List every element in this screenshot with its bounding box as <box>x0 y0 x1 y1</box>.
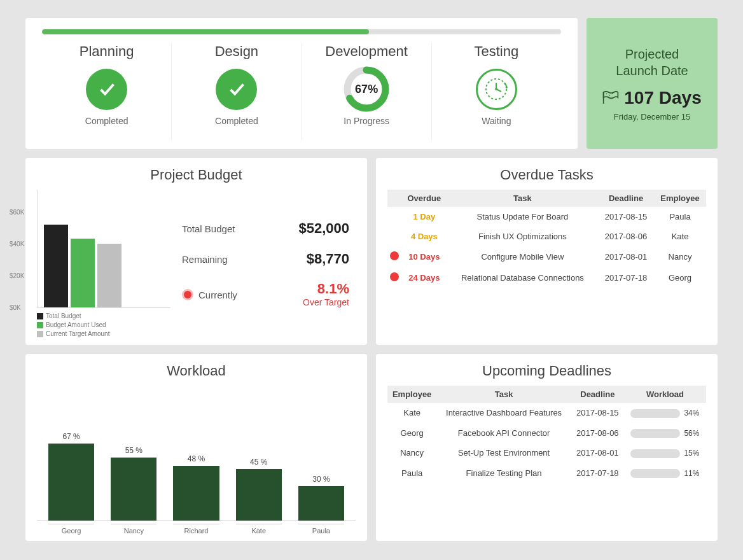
check-icon <box>216 69 257 110</box>
stat-over-target: Currently 8.1% Over Target <box>182 281 349 308</box>
phase-status: In Progress <box>344 116 389 126</box>
workload-pill <box>630 429 680 438</box>
launch-title: ProjectedLaunch Date <box>616 46 688 79</box>
table-row: NancySet-Up Test Environment2017-08-0115… <box>387 443 706 463</box>
phase-title: Development <box>325 43 408 60</box>
table-row: GeorgFacebook API Connector2017-08-0656% <box>387 423 706 444</box>
flag-icon <box>602 91 619 105</box>
phase-development: Development67%In Progress <box>302 43 432 140</box>
upcoming-card: Upcoming Deadlines EmployeeTaskDeadlineW… <box>376 354 718 541</box>
budget-legend: Total BudgetBudget Amount UsedCurrent Ta… <box>37 312 170 339</box>
table-row: PaulaFinalize Testing Plan2017-07-1811% <box>387 463 706 484</box>
phase-status: Completed <box>85 116 128 126</box>
table-header: Employee <box>387 386 436 403</box>
workload-plot: 67 %55 %48 %45 %30 % <box>37 386 356 521</box>
launch-days: 107 Days <box>602 88 701 108</box>
phase-planning: PlanningCompleted <box>42 43 172 140</box>
table-header: Employee <box>654 190 706 207</box>
workload-pill <box>630 469 680 478</box>
budget-bar <box>71 239 95 307</box>
stat-total: Total Budget $52,000 <box>182 220 349 237</box>
over-target-dot-icon <box>182 289 193 300</box>
phase-title: Planning <box>80 43 134 60</box>
table-row: 10 DaysConfigure Mobile View2017-08-01Na… <box>387 246 706 267</box>
budget-plot: $0K$20K$40K$60K <box>37 190 170 308</box>
budget-chart: $0K$20K$40K$60K Total BudgetBudget Amoun… <box>37 190 170 339</box>
workload-card: Workload 67 %55 %48 %45 %30 % GeorgNancy… <box>25 354 367 541</box>
overdue-title: Overdue Tasks <box>387 167 706 183</box>
overall-progress-fill <box>42 29 369 34</box>
overdue-card: Overdue Tasks OverdueTaskDeadlineEmploye… <box>376 158 718 345</box>
table-row: KateInteractive Dashboard Features2017-0… <box>387 403 706 423</box>
table-row: 24 DaysRelational Database Connections20… <box>387 267 706 288</box>
svg-point-4 <box>606 93 608 94</box>
table-row: 4 DaysFinish UX Optimizations2017-08-06K… <box>387 227 706 246</box>
workload-category-label: Kate <box>236 524 282 535</box>
workload-bar: 30 % <box>298 475 344 521</box>
launch-card: ProjectedLaunch Date 107 Days Friday, De… <box>587 18 718 149</box>
severity-dot-icon <box>390 251 399 260</box>
phase-design: DesignCompleted <box>172 43 302 140</box>
workload-pill <box>630 409 680 418</box>
phase-status: Waiting <box>482 116 511 126</box>
workload-bar: 45 % <box>236 458 282 521</box>
upcoming-title: Upcoming Deadlines <box>387 363 706 379</box>
budget-bar <box>97 244 122 307</box>
workload-bar: 55 % <box>111 446 156 521</box>
workload-categories: GeorgNancyRichardKatePaula <box>37 521 356 535</box>
workload-category-label: Richard <box>173 524 219 535</box>
workload-bar: 48 % <box>173 454 219 521</box>
phases-container: PlanningCompletedDesignCompletedDevelopm… <box>42 43 561 140</box>
severity-dot-icon <box>390 272 399 281</box>
budget-stats: Total Budget $52,000 Remaining $8,770 Cu… <box>182 190 356 339</box>
budget-title: Project Budget <box>37 167 356 183</box>
legend-item: Budget Amount Used <box>37 321 170 330</box>
table-header: Overdue <box>401 190 447 207</box>
launch-date: Friday, December 15 <box>614 112 690 122</box>
overall-progress-bar <box>42 29 561 34</box>
table-header: Workload <box>624 386 706 403</box>
check-icon <box>86 69 127 110</box>
svg-point-6 <box>613 93 614 94</box>
budget-card: Project Budget $0K$20K$40K$60K Total Bud… <box>25 158 367 345</box>
workload-category-label: Georg <box>48 524 94 535</box>
upcoming-table: EmployeeTaskDeadlineWorkload KateInterac… <box>387 386 706 483</box>
budget-bar <box>44 225 68 307</box>
progress-donut-icon: 67% <box>344 66 389 112</box>
phases-card: PlanningCompletedDesignCompletedDevelopm… <box>25 18 578 149</box>
table-row: 1 DayStatus Update For Board2017-08-15Pa… <box>387 207 706 227</box>
table-header: Task <box>447 190 598 207</box>
phase-title: Design <box>215 43 258 60</box>
workload-title: Workload <box>37 363 356 379</box>
workload-pill <box>630 449 680 458</box>
workload-bar: 67 % <box>48 432 94 521</box>
table-header: Deadline <box>571 386 624 403</box>
table-header: Deadline <box>598 190 654 207</box>
svg-point-7 <box>608 96 609 97</box>
svg-point-5 <box>609 95 611 96</box>
overdue-table: OverdueTaskDeadlineEmployee 1 DayStatus … <box>387 190 706 288</box>
phase-status: Completed <box>215 116 258 126</box>
legend-item: Current Target Amount <box>37 330 170 339</box>
table-header: Task <box>436 386 571 403</box>
phase-testing: TestingWaiting <box>432 43 561 140</box>
workload-category-label: Nancy <box>111 524 156 535</box>
legend-item: Total Budget <box>37 312 170 321</box>
phase-title: Testing <box>475 43 519 60</box>
stat-remaining: Remaining $8,770 <box>182 251 349 267</box>
svg-point-3 <box>495 88 497 90</box>
workload-category-label: Paula <box>298 524 344 535</box>
clock-icon <box>476 69 517 110</box>
